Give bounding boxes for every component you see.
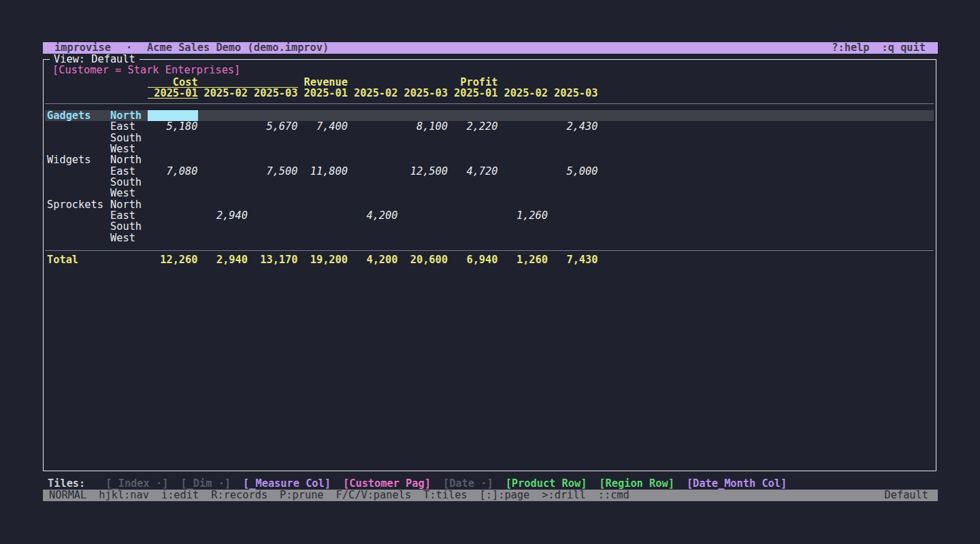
value-cell[interactable] xyxy=(448,177,498,188)
tile-customer-pag[interactable]: [Customer Pag] xyxy=(343,478,431,490)
value-cell[interactable] xyxy=(348,143,398,154)
product-label[interactable]: Sprockets xyxy=(47,199,110,210)
value-cell[interactable] xyxy=(248,154,298,165)
value-cell[interactable]: 4,720 xyxy=(448,166,498,177)
product-label[interactable] xyxy=(47,233,110,243)
value-cell[interactable] xyxy=(298,221,348,232)
value-cell[interactable]: 5,670 xyxy=(248,121,298,132)
value-cell[interactable] xyxy=(498,233,549,243)
value-cell[interactable] xyxy=(298,143,348,154)
value-cell[interactable]: 2,220 xyxy=(448,121,498,132)
value-cell[interactable]: 2,430 xyxy=(548,121,598,132)
value-cell[interactable]: 1,260 xyxy=(498,210,549,221)
value-cell[interactable] xyxy=(298,154,348,165)
column-header-revenue-2025-02[interactable]: 2025-02 xyxy=(348,88,398,99)
region-label[interactable]: East xyxy=(110,166,148,177)
tile-measure-col[interactable]: [_Measure Col] xyxy=(243,478,331,490)
value-cell[interactable] xyxy=(348,233,398,243)
value-cell[interactable] xyxy=(348,166,398,177)
product-label[interactable] xyxy=(47,221,110,232)
value-cell[interactable] xyxy=(198,199,248,210)
value-cell[interactable] xyxy=(548,210,598,221)
value-cell[interactable] xyxy=(148,233,198,243)
value-cell[interactable] xyxy=(148,188,198,199)
value-cell[interactable] xyxy=(248,210,298,221)
product-label[interactable] xyxy=(47,177,110,188)
column-header-profit-2025-01[interactable]: 2025-01 xyxy=(448,88,498,99)
value-cell[interactable] xyxy=(248,233,298,243)
value-cell[interactable] xyxy=(498,110,549,121)
value-cell[interactable] xyxy=(398,154,448,165)
region-label[interactable]: South xyxy=(110,177,148,188)
customer-page-filter[interactable]: [Customer = Stark Enterprises] xyxy=(52,65,240,76)
value-cell[interactable] xyxy=(248,143,298,154)
value-cell[interactable] xyxy=(348,177,398,188)
value-cell[interactable] xyxy=(198,233,248,243)
region-label[interactable]: West xyxy=(110,188,148,199)
value-cell[interactable] xyxy=(498,188,549,199)
value-cell[interactable] xyxy=(198,177,248,188)
value-cell[interactable] xyxy=(148,143,198,154)
product-label[interactable] xyxy=(47,210,110,221)
value-cell[interactable] xyxy=(298,110,348,121)
value-cell[interactable] xyxy=(398,188,448,199)
value-cell[interactable] xyxy=(398,233,448,243)
value-cell[interactable] xyxy=(548,177,598,188)
value-cell[interactable] xyxy=(348,121,398,132)
tile-product-row[interactable]: [Product Row] xyxy=(506,478,587,490)
column-header-cost-2025-03[interactable]: 2025-03 xyxy=(248,88,298,99)
value-cell[interactable] xyxy=(198,166,248,177)
value-cell[interactable] xyxy=(398,110,448,121)
value-cell[interactable] xyxy=(348,110,398,121)
value-cell[interactable] xyxy=(198,110,248,121)
value-cell[interactable] xyxy=(298,188,348,199)
value-cell[interactable] xyxy=(248,133,298,143)
value-cell[interactable] xyxy=(198,188,248,199)
value-cell[interactable] xyxy=(248,221,298,232)
value-cell[interactable] xyxy=(348,154,398,165)
tile-date-month-col[interactable]: [Date_Month Col] xyxy=(687,478,787,490)
value-cell[interactable] xyxy=(448,154,498,165)
value-cell[interactable] xyxy=(298,233,348,243)
value-cell[interactable] xyxy=(498,199,549,210)
value-cell[interactable] xyxy=(498,121,549,132)
value-cell[interactable] xyxy=(148,221,198,232)
value-cell[interactable]: 8,100 xyxy=(398,121,448,132)
value-cell[interactable]: 11,800 xyxy=(298,166,348,177)
region-label[interactable]: North xyxy=(110,199,148,210)
region-label[interactable]: North xyxy=(110,154,148,165)
column-header-cost-2025-01[interactable]: 2025-01 xyxy=(148,88,198,99)
value-cell[interactable] xyxy=(398,143,448,154)
value-cell[interactable] xyxy=(348,199,398,210)
value-cell[interactable]: 5,180 xyxy=(148,121,198,132)
value-cell[interactable] xyxy=(298,177,348,188)
column-header-profit-2025-02[interactable]: 2025-02 xyxy=(498,88,549,99)
region-label[interactable]: West xyxy=(110,143,148,154)
region-label[interactable]: South xyxy=(110,221,148,232)
column-header-profit-2025-03[interactable]: 2025-03 xyxy=(548,88,598,99)
value-cell[interactable] xyxy=(498,154,549,165)
tile-region-row[interactable]: [Region Row] xyxy=(599,478,674,490)
value-cell[interactable] xyxy=(298,199,348,210)
value-cell[interactable] xyxy=(198,133,248,143)
column-header-revenue-2025-01[interactable]: 2025-01 xyxy=(298,88,348,99)
value-cell[interactable] xyxy=(398,199,448,210)
product-label[interactable] xyxy=(47,121,110,132)
value-cell[interactable] xyxy=(148,177,198,188)
value-cell[interactable] xyxy=(248,177,298,188)
region-label[interactable]: South xyxy=(110,133,148,143)
value-cell[interactable] xyxy=(298,133,348,143)
value-cell[interactable] xyxy=(248,199,298,210)
product-label[interactable] xyxy=(47,166,110,177)
cursor-cell[interactable] xyxy=(148,110,198,121)
value-cell[interactable]: 7,400 xyxy=(298,121,348,132)
value-cell[interactable]: 7,080 xyxy=(148,166,198,177)
value-cell[interactable] xyxy=(398,210,448,221)
value-cell[interactable] xyxy=(498,177,549,188)
value-cell[interactable]: 2,940 xyxy=(198,210,248,221)
product-label[interactable] xyxy=(47,133,110,143)
value-cell[interactable] xyxy=(448,188,498,199)
value-cell[interactable] xyxy=(498,221,549,232)
region-label[interactable]: North xyxy=(110,110,148,121)
value-cell[interactable] xyxy=(548,233,598,243)
